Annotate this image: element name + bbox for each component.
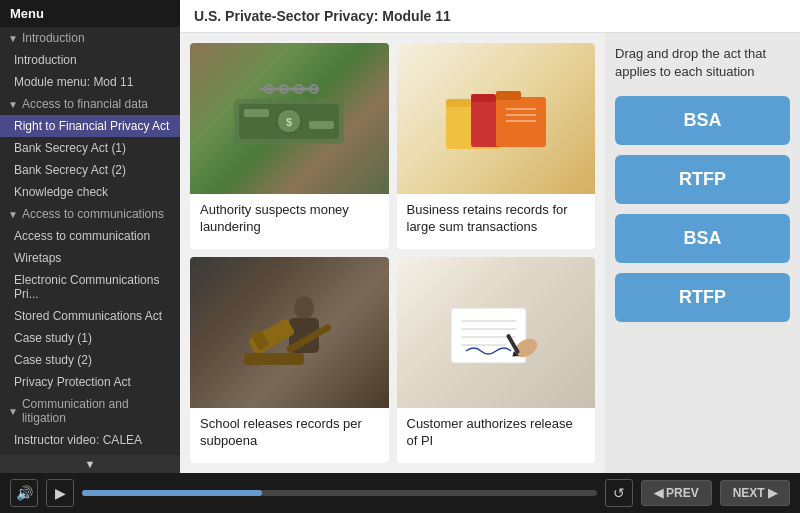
svg-rect-25 (244, 353, 304, 365)
progress-bar-fill (82, 490, 262, 496)
sidebar: Menu ▼ Introduction Introduction Module … (0, 0, 180, 473)
cell-label-1: Authority suspects money laundering (190, 194, 389, 249)
svg-rect-16 (496, 91, 521, 100)
sidebar-section-introduction[interactable]: ▼ Introduction (0, 27, 180, 49)
sidebar-section-label-2: Access to financial data (22, 97, 148, 111)
chevron-down-icon-2: ▼ (8, 99, 18, 110)
drag-btn-bsa-1[interactable]: BSA (615, 96, 790, 145)
svg-rect-14 (471, 94, 496, 102)
cell-image-folders (397, 43, 596, 194)
drag-btn-rtfp-2[interactable]: RTFP (615, 273, 790, 322)
sidebar-item-module-menu[interactable]: Module menu: Mod 11 (0, 71, 180, 93)
sidebar-item-wiretaps[interactable]: Wiretaps (0, 247, 180, 269)
sidebar-item-introduction[interactable]: Introduction (0, 49, 180, 71)
page-title: U.S. Private-Sector Privacy: Module 11 (180, 0, 800, 33)
cell-image-gavel (190, 257, 389, 408)
next-button[interactable]: NEXT ▶ (720, 480, 790, 506)
sidebar-section-label: Introduction (22, 31, 85, 45)
sidebar-section-communications[interactable]: ▼ Access to communications (0, 203, 180, 225)
sidebar-item-case2[interactable]: Case study (2) (0, 349, 180, 371)
sidebar-item-ppa[interactable]: Privacy Protection Act (0, 371, 180, 393)
content-area: U.S. Private-Sector Privacy: Module 11 $ (180, 0, 800, 473)
sidebar-item-knowledge-check[interactable]: Knowledge check (0, 181, 180, 203)
folders-image (397, 43, 596, 194)
sidebar-scroll-down[interactable]: ▼ (0, 455, 180, 473)
cell-image-signing (397, 257, 596, 408)
sidebar-item-bsa2[interactable]: Bank Secrecy Act (2) (0, 159, 180, 181)
sidebar-item-rtfpa[interactable]: Right to Financial Privacy Act (0, 115, 180, 137)
chevron-down-icon: ▼ (8, 33, 18, 44)
cell-label-3: School releases records per subpoena (190, 408, 389, 463)
cell-label-4: Customer authorizes release of PI (397, 408, 596, 463)
sidebar-section-financial[interactable]: ▼ Access to financial data (0, 93, 180, 115)
instruction-text: Drag and drop the act that applies to ea… (615, 45, 790, 81)
volume-button[interactable]: 🔊 (10, 479, 38, 507)
money-image: $ (190, 43, 389, 194)
svg-rect-15 (496, 97, 546, 147)
sidebar-item-access-comm[interactable]: Access to communication (0, 225, 180, 247)
svg-text:$: $ (286, 116, 292, 128)
drag-btn-bsa-2[interactable]: BSA (615, 214, 790, 263)
svg-point-20 (294, 296, 314, 320)
sidebar-item-bsa1[interactable]: Bank Secrecy Act (1) (0, 137, 180, 159)
sidebar-title: Menu (0, 0, 180, 27)
activity-grid: $ Authority sus (180, 33, 605, 473)
chevron-down-icon-3: ▼ (8, 209, 18, 220)
sidebar-item-case1[interactable]: Case study (1) (0, 327, 180, 349)
grid-cell-4[interactable]: Customer authorizes release of PI (397, 257, 596, 463)
chevron-down-icon-4: ▼ (8, 406, 18, 417)
svg-rect-12 (446, 99, 471, 107)
drag-btn-rtfp-1[interactable]: RTFP (615, 155, 790, 204)
progress-bar-container[interactable] (82, 490, 597, 496)
signing-image (397, 257, 596, 408)
sidebar-item-calea-video[interactable]: Instructor video: CALEA (0, 429, 180, 451)
grid-cell-1[interactable]: $ Authority sus (190, 43, 389, 249)
sidebar-section-litigation[interactable]: ▼ Communication and litigation (0, 393, 180, 429)
prev-button[interactable]: ◀ PREV (641, 480, 712, 506)
content-body: $ Authority sus (180, 33, 800, 473)
right-panel: Drag and drop the act that applies to ea… (605, 33, 800, 473)
grid-cell-2[interactable]: Business retains records for large sum t… (397, 43, 596, 249)
sidebar-item-sca[interactable]: Stored Communications Act (0, 305, 180, 327)
sidebar-content[interactable]: ▼ Introduction Introduction Module menu:… (0, 27, 180, 455)
bottom-bar: 🔊 ▶ ↺ ◀ PREV NEXT ▶ (0, 473, 800, 513)
svg-rect-4 (244, 109, 269, 117)
sidebar-section-label-3: Access to communications (22, 207, 164, 221)
play-button[interactable]: ▶ (46, 479, 74, 507)
gavel-image (190, 257, 389, 408)
grid-cell-3[interactable]: School releases records per subpoena (190, 257, 389, 463)
cell-image-money: $ (190, 43, 389, 194)
svg-rect-5 (309, 121, 334, 129)
cell-label-2: Business retains records for large sum t… (397, 194, 596, 249)
sidebar-section-label-4: Communication and litigation (22, 397, 172, 425)
reload-button[interactable]: ↺ (605, 479, 633, 507)
sidebar-item-ecp[interactable]: Electronic Communications Pri... (0, 269, 180, 305)
